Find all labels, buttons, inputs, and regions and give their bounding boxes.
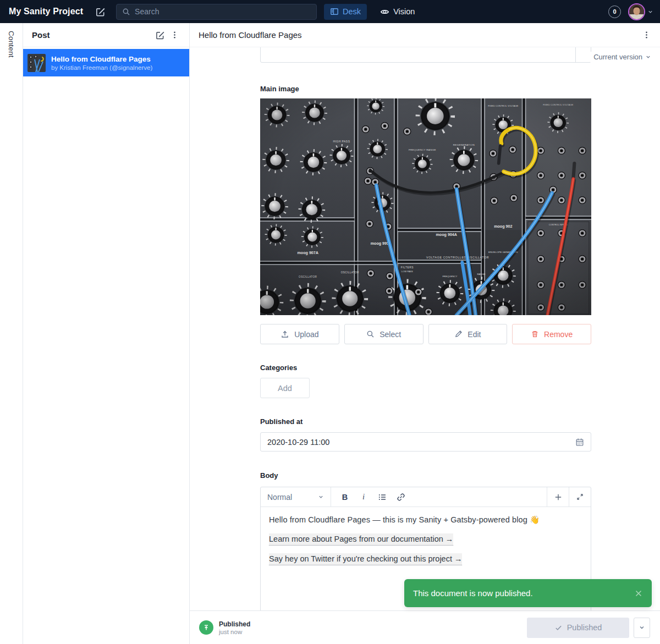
slug-generate-button[interactable] <box>575 47 591 62</box>
image-actions: Upload Select <box>260 324 591 344</box>
tab-desk[interactable]: Desk <box>324 4 367 20</box>
select-button[interactable]: Select <box>344 324 424 344</box>
published-at-input[interactable] <box>267 438 575 447</box>
expand-editor-button[interactable] <box>569 487 591 507</box>
italic-button[interactable]: i <box>354 489 373 505</box>
add-block-button[interactable] <box>547 487 569 507</box>
tab-vision[interactable]: Vision <box>374 4 421 20</box>
editor-content[interactable]: Hello from Cloudflare Pages — this is my… <box>261 507 591 573</box>
upload-button[interactable]: Upload <box>260 324 339 344</box>
post-list-panel: Post <box>23 23 190 644</box>
close-icon[interactable] <box>634 589 643 598</box>
publish-status-icon <box>199 620 213 635</box>
publish-button-label: Published <box>567 623 602 632</box>
document-menu-button[interactable] <box>639 28 653 42</box>
publish-button[interactable]: Published <box>527 618 629 638</box>
badge-count: 0 <box>613 8 616 15</box>
link-button[interactable] <box>392 489 410 505</box>
editor-toolbar: Normal B i <box>261 487 591 507</box>
document-footer: Published just now Published <box>190 610 660 644</box>
version-select-label: Current version <box>593 53 642 61</box>
edit-button[interactable]: Edit <box>428 324 508 344</box>
version-select[interactable]: Current version <box>590 52 651 62</box>
document-scroll-area[interactable]: Current version Main image <box>190 47 660 610</box>
post-list-item[interactable]: Hello from Cloudflare Pages by Kristian … <box>23 49 189 76</box>
top-navbar: My Sanity Project Desk <box>0 0 660 23</box>
search-input[interactable] <box>135 7 311 16</box>
trash-icon <box>531 330 539 338</box>
search-icon <box>122 8 130 16</box>
main-image-label: Main image <box>260 85 591 93</box>
document-title: Hello from Cloudflare Pages <box>199 30 302 40</box>
desk-icon <box>330 7 339 16</box>
publish-status-label: Published <box>219 620 250 628</box>
add-category-button[interactable]: Add <box>260 378 310 398</box>
check-icon <box>554 624 563 632</box>
main-image-preview[interactable]: HIGH PASS FREQUENCY RANGE REGENERATION F… <box>260 98 591 315</box>
categories-label: Categories <box>260 364 591 372</box>
compose-icon <box>95 7 106 17</box>
document-form: Main image <box>260 47 591 610</box>
post-item-title: Hello from Cloudflare Pages <box>51 55 152 63</box>
bold-button[interactable]: B <box>336 489 354 505</box>
style-select[interactable]: Normal <box>261 487 331 507</box>
avatar[interactable] <box>628 3 645 20</box>
tab-vision-label: Vision <box>393 7 415 16</box>
new-document-button[interactable] <box>153 28 167 42</box>
post-thumbnail <box>28 54 46 72</box>
pencil-icon <box>454 330 463 338</box>
post-panel-title: Post <box>32 30 50 40</box>
chevron-down-icon[interactable] <box>647 9 653 15</box>
remove-button[interactable]: Remove <box>512 324 591 344</box>
published-at-label: Published at <box>260 417 591 426</box>
eye-icon <box>380 7 389 16</box>
body-link-documentation[interactable]: Learn more about Pages from our document… <box>269 533 453 546</box>
status-badge[interactable]: 0 <box>608 5 621 18</box>
upload-icon <box>280 330 289 339</box>
project-title: My Sanity Project <box>9 7 83 16</box>
post-item-subtitle: by Kristian Freeman (@signalnerve) <box>51 64 152 71</box>
style-select-value: Normal <box>267 493 292 502</box>
publish-toast: This document is now published. <box>404 579 652 607</box>
tab-desk-label: Desk <box>343 7 361 16</box>
slug-field-partial[interactable] <box>260 47 591 63</box>
document-panel: Hello from Cloudflare Pages Current vers… <box>190 23 660 644</box>
body-label: Body <box>260 471 591 480</box>
content-rail[interactable]: Content <box>0 23 23 644</box>
toast-message: This document is now published. <box>413 588 634 598</box>
synthesizer-photo: HIGH PASS FREQUENCY RANGE REGENERATION F… <box>260 98 591 315</box>
search-bar[interactable] <box>116 4 317 20</box>
edit-button-label: Edit <box>468 330 481 339</box>
remove-button-label: Remove <box>544 330 573 339</box>
upload-button-label: Upload <box>294 330 318 339</box>
select-button-label: Select <box>380 330 401 339</box>
post-panel-header: Post <box>23 23 189 47</box>
search-icon <box>366 330 375 338</box>
document-header: Hello from Cloudflare Pages <box>190 23 660 47</box>
content-rail-label: Content <box>7 31 15 644</box>
bullet-list-button[interactable] <box>373 489 392 505</box>
publish-status-time: just now <box>219 629 250 635</box>
compose-button[interactable] <box>93 4 107 19</box>
published-at-field <box>260 432 591 452</box>
panel-menu-button[interactable] <box>167 28 182 42</box>
body-paragraph: Hello from Cloudflare Pages — this is my… <box>269 514 582 526</box>
body-link-twitter[interactable]: Say hey on Twitter if you're checking ou… <box>269 553 462 565</box>
calendar-icon[interactable] <box>575 438 584 447</box>
publish-menu-button[interactable] <box>634 618 650 638</box>
